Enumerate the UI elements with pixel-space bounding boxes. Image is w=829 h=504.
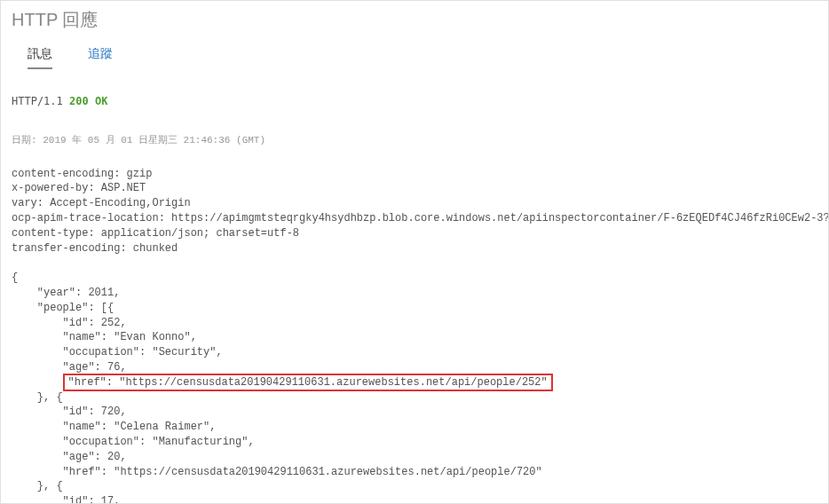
json-line: "id": 252, <box>12 317 127 329</box>
protocol-text: HTTP/1.1 <box>12 95 63 107</box>
panel-title: HTTP 回應 <box>1 1 828 37</box>
json-line: "age": 20, <box>12 451 127 463</box>
json-line: "age": 76, <box>12 361 127 374</box>
highlighted-href-line: "href": "https://censusdata2019042911063… <box>63 374 553 391</box>
json-line-indent <box>12 376 63 389</box>
json-line: "occupation": "Security", <box>12 346 223 358</box>
json-line: "occupation": "Manufacturing", <box>12 436 255 448</box>
json-line: "id": 17, <box>12 495 120 504</box>
json-line: "href": "https://censusdata2019042911063… <box>12 466 542 478</box>
response-content: HTTP/1.1 200 OK 日期: 2019 年 05 月 01 日星期三 … <box>1 70 828 504</box>
header-trace-location: ocp-apim-trace-location: https://apimgmt… <box>12 212 829 224</box>
tabs-bar: 訊息 追蹤 <box>1 37 828 70</box>
tab-message[interactable]: 訊息 <box>28 43 52 69</box>
json-line: }, { <box>12 391 63 404</box>
status-line: HTTP/1.1 200 OK <box>12 94 817 109</box>
header-content-encoding: content-encoding: gzip <box>12 168 152 180</box>
header-content-type: content-type: application/json; charset=… <box>12 227 299 240</box>
json-line: "name": "Evan Konno", <box>12 331 197 343</box>
tab-trace[interactable]: 追蹤 <box>88 43 113 69</box>
status-code: 200 OK <box>69 95 107 107</box>
json-line: "id": 720, <box>12 406 127 418</box>
json-line: }, { <box>12 480 63 492</box>
json-line: { <box>12 272 18 284</box>
json-line: "name": "Celena Raimer", <box>12 421 216 433</box>
header-vary: vary: Accept-Encoding,Origin <box>12 197 191 209</box>
headers-block: content-encoding: gzip x-powered-by: ASP… <box>12 167 817 256</box>
date-line: 日期: 2019 年 05 月 01 日星期三 21:46:36 (GMT) <box>12 134 817 147</box>
header-x-powered-by: x-powered-by: ASP.NET <box>12 182 146 194</box>
json-line: "year": 2011, <box>12 287 120 299</box>
response-body: { "year": 2011, "people": [{ "id": 252, … <box>12 271 817 504</box>
json-line: "people": [{ <box>12 302 114 314</box>
header-transfer-encoding: transfer-encoding: chunked <box>12 242 178 255</box>
